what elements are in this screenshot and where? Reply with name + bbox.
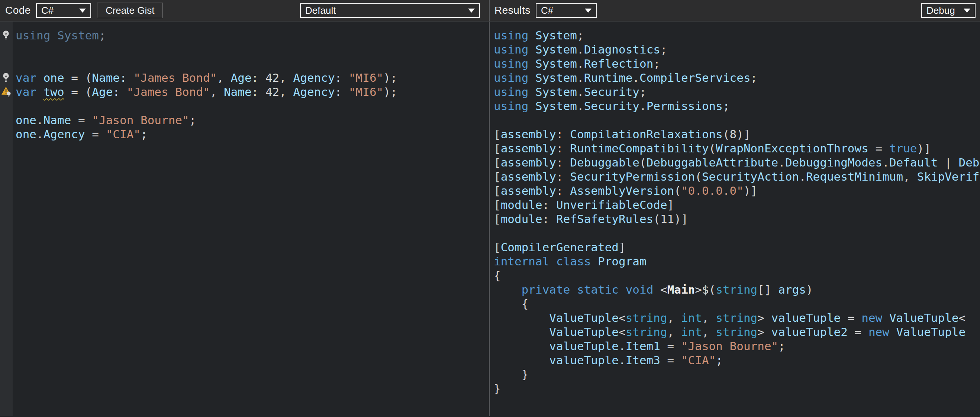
results-code-line: { bbox=[494, 268, 980, 282]
results-code-line: } bbox=[494, 367, 980, 381]
editor-gutter bbox=[0, 22, 13, 416]
results-code-line: [assembly: CompilationRelaxations(8)] bbox=[494, 127, 980, 141]
results-code-line: [module: UnverifiableCode] bbox=[494, 198, 980, 212]
code-editor-panel[interactable]: using System; var one = (Name: "James Bo… bbox=[0, 22, 490, 416]
results-toolbar: Results C# Debug bbox=[490, 0, 980, 21]
lightbulb-icon[interactable] bbox=[1, 72, 12, 85]
results-label: Results bbox=[495, 5, 531, 16]
code-language-select[interactable]: C# bbox=[36, 3, 91, 18]
code-label: Code bbox=[5, 5, 31, 16]
code-toolbar: Code C# Create Gist Default bbox=[0, 0, 490, 21]
lightbulb-icon[interactable] bbox=[1, 30, 12, 42]
results-code-line: [assembly: AssemblyVersion("0.0.0.0")] bbox=[494, 184, 980, 198]
chevron-down-icon bbox=[79, 8, 86, 13]
build-mode-select[interactable]: Debug bbox=[921, 3, 975, 18]
editor-code-line[interactable] bbox=[16, 42, 489, 56]
main-split-view: using System; var one = (Name: "James Bo… bbox=[0, 22, 980, 416]
code-language-value: C# bbox=[41, 5, 54, 16]
quickfix-lightbulb-icon bbox=[6, 91, 12, 99]
results-code-line: [assembly: SecurityPermission(SecurityAc… bbox=[494, 169, 980, 184]
results-code-line: using System.Runtime.CompilerServices; bbox=[494, 71, 980, 85]
warning-quickfix-icon[interactable] bbox=[1, 86, 12, 99]
results-code-line: [assembly: RuntimeCompatibility(WrapNonE… bbox=[494, 141, 980, 155]
results-code-line: using System.Security.Permissions; bbox=[494, 99, 980, 113]
branch-value: Default bbox=[305, 5, 336, 16]
branch-select[interactable]: Default bbox=[300, 3, 480, 18]
code-editor[interactable]: using System; var one = (Name: "James Bo… bbox=[13, 22, 489, 416]
results-code-line: [assembly: Debuggable(DebuggableAttribut… bbox=[494, 155, 980, 169]
results-code-line: using System.Diagnostics; bbox=[494, 42, 980, 56]
editor-code-line[interactable]: using System; bbox=[16, 28, 489, 42]
results-code-line: using System; bbox=[494, 28, 980, 42]
chevron-down-icon bbox=[964, 8, 970, 13]
editor-code-line[interactable]: one.Name = "Jason Bourne"; bbox=[16, 113, 489, 127]
editor-code-line[interactable] bbox=[16, 56, 489, 71]
results-language-select[interactable]: C# bbox=[536, 3, 597, 18]
chevron-down-icon bbox=[468, 8, 475, 13]
results-code-line: using System.Reflection; bbox=[494, 56, 980, 71]
build-mode-value: Debug bbox=[926, 5, 955, 16]
editor-code-line[interactable]: var two = (Age: "James Bond", Name: 42, … bbox=[16, 85, 489, 99]
results-panel: using System;using System.Diagnostics;us… bbox=[490, 22, 980, 416]
results-code-line bbox=[494, 113, 980, 127]
results-code-line: } bbox=[494, 381, 980, 395]
chevron-down-icon bbox=[585, 8, 592, 13]
results-code-line: ValueTuple<string, int, string> valueTup… bbox=[494, 325, 980, 339]
results-code-line: [CompilerGenerated] bbox=[494, 240, 980, 254]
results-code-line: private static void <Main>$(string[] arg… bbox=[494, 282, 980, 297]
create-gist-button[interactable]: Create Gist bbox=[97, 3, 163, 18]
results-code-line bbox=[494, 226, 980, 240]
results-code-line: [module: RefSafetyRules(11)] bbox=[494, 212, 980, 226]
decompiled-output: using System;using System.Diagnostics;us… bbox=[490, 22, 980, 416]
results-code-line: { bbox=[494, 297, 980, 311]
results-code-line: using System.Security; bbox=[494, 85, 980, 99]
results-code-line: internal class Program bbox=[494, 254, 980, 268]
toolbar: Code C# Create Gist Default Results C# D… bbox=[0, 0, 980, 22]
results-code-line: valueTuple.Item1 = "Jason Bourne"; bbox=[494, 339, 980, 353]
editor-code-line[interactable]: one.Agency = "CIA"; bbox=[16, 127, 489, 141]
editor-code-line[interactable] bbox=[16, 99, 489, 113]
results-code-line: ValueTuple<string, int, string> valueTup… bbox=[494, 311, 980, 325]
results-language-value: C# bbox=[541, 5, 553, 16]
editor-code-line[interactable]: var one = (Name: "James Bond", Age: 42, … bbox=[16, 71, 489, 85]
results-code-line: valueTuple.Item3 = "CIA"; bbox=[494, 353, 980, 367]
